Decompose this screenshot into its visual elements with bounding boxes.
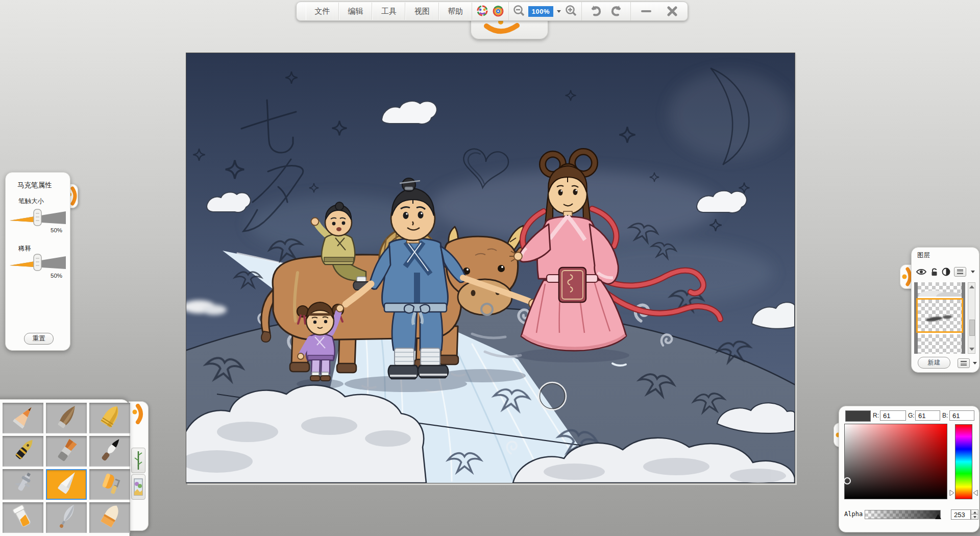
flat-brush-tool[interactable] [46, 436, 87, 467]
new-layer-button[interactable]: 新建 [918, 357, 950, 369]
layers-panel: 图层 [911, 247, 979, 373]
fountain-pen-tool[interactable] [3, 436, 43, 467]
eye-icon[interactable] [916, 268, 927, 276]
reset-button[interactable]: 重置 [24, 333, 54, 345]
blue-input[interactable] [949, 410, 974, 421]
undo-icon [588, 5, 602, 18]
layer-menu-caret[interactable] [971, 271, 975, 273]
brush-pen-icon [50, 405, 83, 431]
airbrush-tool[interactable] [3, 469, 43, 500]
red-input[interactable] [880, 410, 906, 421]
green-label: G: [908, 412, 915, 419]
current-color-swatch [845, 410, 871, 422]
saturation-value-box[interactable] [844, 424, 947, 499]
palette-knife-icon [50, 505, 83, 530]
palette-knife-tool[interactable] [46, 502, 87, 533]
pencil-tool[interactable] [3, 403, 43, 433]
minimize-icon [641, 9, 652, 13]
undo-button[interactable] [585, 2, 605, 20]
drawing-canvas[interactable] [186, 53, 795, 483]
minimize-button[interactable] [634, 2, 658, 20]
main-toolbar: 文件 编辑 工具 视图 帮助 100% [296, 2, 688, 21]
window-group [631, 2, 688, 20]
zoom-dropdown-caret[interactable] [557, 10, 561, 13]
layer-filmstrip [914, 282, 965, 354]
eraser-icon [93, 505, 127, 530]
bamboo-stamp-button[interactable] [131, 448, 145, 473]
brush-size-label: 笔触大小 [18, 197, 44, 206]
history-group [582, 2, 631, 20]
brush-size-slider[interactable] [9, 208, 66, 227]
zoom-in-icon[interactable] [565, 5, 578, 18]
paint-roller-tool[interactable] [89, 469, 130, 500]
redo-button[interactable] [607, 2, 627, 20]
layer-thumbnail-selected[interactable] [918, 300, 962, 331]
layer-menu-button[interactable] [954, 267, 966, 277]
layers-scroll-thumb[interactable] [969, 320, 975, 336]
picture-stamp-button[interactable] [131, 474, 145, 500]
alpha-marker[interactable] [935, 514, 941, 519]
layers-options-button[interactable] [958, 358, 970, 368]
scroll-down-icon[interactable] [969, 348, 974, 351]
zoom-out-icon[interactable] [512, 5, 526, 18]
blend-icon[interactable] [942, 267, 950, 276]
tool-palette-side-strip [129, 401, 149, 531]
menu-help[interactable]: 帮助 [439, 3, 472, 20]
dilution-slider[interactable] [9, 253, 66, 272]
marker-icon [50, 472, 83, 497]
eraser-tool[interactable] [89, 502, 130, 533]
menu-tools[interactable]: 工具 [372, 3, 405, 20]
layer-thumbnail-top[interactable] [918, 282, 962, 297]
green-input[interactable] [915, 410, 940, 421]
paint-roller-icon [93, 472, 127, 497]
close-button[interactable] [660, 2, 684, 20]
ink-brush-tool[interactable] [89, 436, 130, 467]
red-label: R: [873, 412, 879, 419]
hue-marker-left[interactable] [949, 490, 954, 496]
crayon-tool[interactable] [89, 403, 130, 433]
blue-label: B: [942, 412, 948, 419]
toolbar-spacer [297, 2, 306, 20]
dilution-slider-handle[interactable] [34, 254, 41, 271]
flat-brush-icon [50, 438, 83, 464]
filmstrip-rail [914, 282, 918, 354]
crayon-icon [93, 405, 127, 431]
redo-icon [610, 5, 624, 18]
paint-jar-tool[interactable] [3, 502, 43, 533]
ink-brush-icon [93, 438, 127, 464]
zoom-group: 100% [509, 2, 582, 20]
scroll-up-icon[interactable] [969, 285, 974, 288]
cowherd-sash [384, 303, 447, 312]
dilution-value: 50% [51, 273, 62, 279]
menu-edit[interactable]: 编辑 [339, 3, 372, 20]
rainbow-brush-icon[interactable] [476, 5, 489, 18]
rainbow-ring-icon[interactable] [492, 5, 505, 18]
menu-file[interactable]: 文件 [306, 3, 339, 20]
alpha-spin-down[interactable] [971, 514, 978, 520]
weaver-apron-panel [559, 267, 586, 302]
layers-panel-title: 图层 [917, 251, 930, 260]
airbrush-icon [6, 472, 40, 497]
tool-palette [0, 399, 130, 536]
marker-tool[interactable] [46, 469, 87, 500]
fountain-pen-icon [6, 438, 40, 464]
hue-marker-right[interactable] [973, 490, 978, 496]
brush-size-slider-handle[interactable] [34, 209, 41, 226]
alpha-slider[interactable] [865, 510, 941, 519]
zoom-level-display[interactable]: 100% [528, 6, 553, 17]
alpha-input[interactable] [951, 509, 971, 520]
picture-stamp-icon [134, 477, 143, 497]
cloud-layer-preview [918, 282, 962, 297]
marker-properties-panel: 马克笔属性 笔触大小 50% 稀释 50% 重置 [5, 172, 70, 351]
marker-panel-title: 马克笔属性 [17, 181, 52, 190]
layers-scrollbar[interactable] [968, 282, 975, 354]
unlock-icon[interactable] [930, 267, 938, 276]
sketch-layer-preview [918, 300, 962, 331]
layers-options-caret[interactable] [973, 362, 977, 364]
hue-bar[interactable] [955, 424, 972, 499]
brush-pen-tool[interactable] [46, 403, 87, 433]
tool-palette-handle-icon[interactable] [131, 404, 146, 424]
menu-view[interactable]: 视图 [405, 3, 438, 20]
pencil-icon [6, 405, 40, 431]
layer-thumbnail-bottom[interactable] [918, 334, 962, 354]
